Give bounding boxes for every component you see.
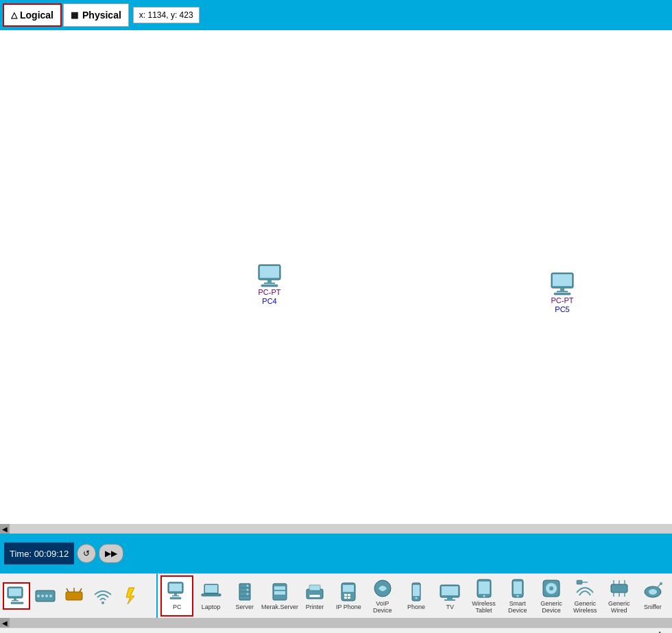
scroll-track[interactable] — [10, 524, 672, 534]
svg-rect-65 — [514, 582, 522, 594]
cat-switches[interactable] — [32, 582, 59, 610]
time-display: Time: 00:09:12 — [4, 542, 74, 564]
server-device-icon — [234, 581, 256, 603]
svg-marker-25 — [126, 588, 134, 604]
coordinate-text: x: 1134, y: 423 — [139, 10, 193, 20]
svg-rect-6 — [553, 274, 572, 286]
laptop-device-label: Laptop — [202, 604, 221, 611]
device-generic-wired-button[interactable]: Generic Wired — [603, 575, 636, 617]
device-pc-button[interactable]: PC — [160, 575, 193, 617]
svg-line-21 — [67, 588, 69, 592]
physical-grid-icon: ▦ — [71, 10, 78, 20]
generic-device-label: Generic Device — [536, 601, 567, 614]
reset-button[interactable]: ↺ — [77, 544, 96, 563]
svg-point-39 — [246, 589, 248, 591]
bottom-toolbar: Time: 00:09:12 ↺ ▶▶ — [0, 534, 672, 573]
svg-rect-12 — [14, 598, 16, 600]
network-canvas[interactable]: PC-PT PC4 PC-PT PC5 — [0, 30, 672, 524]
svg-rect-14 — [11, 602, 23, 604]
generic-wired-label: Generic Wired — [603, 601, 635, 614]
pc-device-icon — [166, 581, 188, 603]
device-phone-button[interactable]: Phone — [400, 575, 433, 617]
svg-point-82 — [660, 582, 662, 585]
pc5-label-bottom: PC5 — [555, 305, 569, 314]
device-voip-button[interactable]: VoIP Device — [366, 575, 399, 617]
device-pc4[interactable]: PC-PT PC4 — [245, 263, 293, 306]
physical-tab-label: Physical — [82, 10, 121, 21]
phone-device-label: Phone — [407, 604, 425, 611]
cat-end-devices[interactable] — [3, 582, 30, 610]
logical-arrow-icon: △ — [11, 10, 17, 20]
tv-device-icon — [439, 581, 461, 603]
device-tv-button[interactable]: TV — [433, 575, 466, 617]
end-devices-icon — [5, 585, 27, 607]
svg-point-19 — [49, 595, 52, 597]
device-items-panel: PC Laptop Server — [158, 573, 672, 618]
device-server-button[interactable]: Server — [228, 575, 261, 617]
svg-point-24 — [101, 601, 104, 604]
device-generic-wireless-button[interactable]: Generic Wireless — [568, 575, 601, 617]
device-smart-device-button[interactable]: Smart Device — [501, 575, 534, 617]
svg-rect-48 — [343, 585, 354, 592]
svg-rect-50 — [348, 594, 350, 596]
logical-tab[interactable]: △ Logical — [3, 3, 62, 27]
svg-line-23 — [80, 588, 82, 592]
svg-rect-42 — [274, 586, 285, 590]
smart-device-label: Smart Device — [502, 601, 533, 614]
svg-rect-9 — [554, 293, 571, 295]
scroll-left-arrow[interactable]: ◀ — [0, 524, 10, 534]
generic-device-icon — [540, 577, 562, 599]
wireless-tablet-icon — [473, 577, 495, 599]
svg-rect-46 — [309, 595, 320, 597]
cat-wireless[interactable] — [89, 582, 117, 610]
smart-device-icon — [507, 577, 529, 599]
tv-device-label: TV — [446, 604, 454, 611]
fast-forward-button[interactable]: ▶▶ — [99, 544, 123, 563]
meraki-server-icon — [269, 581, 291, 603]
bottom-scroll-left[interactable]: ◀ — [0, 618, 10, 628]
pc4-icon — [256, 263, 283, 288]
routers-icon — [63, 585, 85, 607]
device-laptop-button[interactable]: Laptop — [194, 575, 227, 617]
voip-device-icon — [372, 577, 394, 599]
generic-wireless-icon — [574, 577, 596, 599]
svg-point-17 — [41, 595, 44, 597]
device-ip-phone-button[interactable]: IP Phone — [332, 575, 365, 617]
power-icon — [121, 585, 143, 607]
status-text: Au — [658, 630, 667, 634]
device-wireless-tablet-button[interactable]: Wireless Tablet — [467, 575, 500, 617]
svg-rect-27 — [169, 584, 182, 591]
server-device-label: Server — [236, 604, 254, 611]
svg-rect-33 — [202, 594, 221, 596]
meraki-server-label: Merak.Server — [261, 604, 298, 611]
pc5-label-top: PC-PT — [551, 296, 574, 305]
svg-point-40 — [246, 593, 248, 595]
device-left-categories — [0, 573, 158, 618]
svg-rect-30 — [170, 597, 181, 599]
fast-forward-icon: ▶▶ — [105, 549, 117, 558]
svg-rect-32 — [205, 585, 217, 593]
bottom-scroll-track[interactable] — [10, 618, 672, 628]
sniffer-device-label: Sniffer — [644, 604, 662, 611]
device-printer-button[interactable]: Printer — [298, 575, 331, 617]
svg-rect-20 — [66, 592, 82, 600]
device-meraki-server-button[interactable]: Merak.Server — [262, 575, 298, 617]
phone-device-icon — [405, 581, 427, 603]
svg-rect-45 — [309, 585, 320, 590]
svg-rect-51 — [344, 597, 347, 599]
device-generic-device-button[interactable]: Generic Device — [535, 575, 568, 617]
svg-point-38 — [246, 585, 248, 587]
cat-routers[interactable] — [60, 582, 88, 610]
ip-phone-device-icon — [337, 581, 359, 603]
physical-tab[interactable]: ▦ Physical — [63, 3, 129, 27]
status-bar: Au — [0, 628, 672, 633]
svg-rect-43 — [274, 591, 285, 595]
device-sniffer-button[interactable]: Sniffer — [636, 575, 669, 617]
cat-power[interactable] — [118, 582, 145, 610]
canvas-horizontal-scrollbar[interactable]: ◀ — [0, 524, 672, 534]
svg-rect-4 — [261, 285, 278, 287]
device-pc5[interactable]: PC-PT PC5 — [538, 272, 586, 314]
time-label: Time: 00:09:12 — [10, 549, 69, 559]
sniffer-device-icon — [642, 581, 664, 603]
svg-rect-72 — [611, 584, 627, 593]
